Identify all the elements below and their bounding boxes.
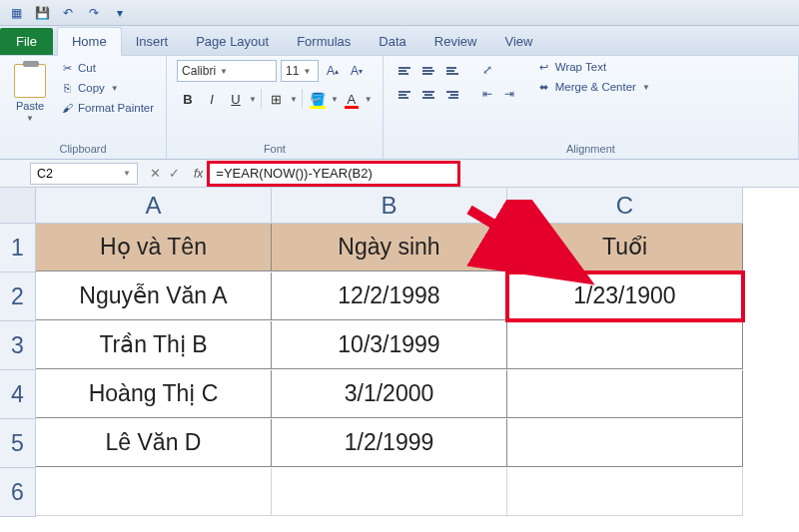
cell-a3[interactable]: Trần Thị B <box>36 321 272 369</box>
align-left-button[interactable] <box>394 84 415 106</box>
italic-button[interactable]: I <box>201 88 223 110</box>
row-header-5[interactable]: 5 <box>0 419 36 468</box>
fx-icon[interactable]: fx <box>188 167 209 181</box>
undo-icon[interactable]: ↶ <box>60 5 76 21</box>
merge-center-button[interactable]: ⬌Merge & Center▼ <box>537 80 650 94</box>
wrap-text-button[interactable]: ↩Wrap Text <box>537 60 650 74</box>
brush-icon: 🖌 <box>60 101 74 115</box>
excel-icon: ▦ <box>8 5 24 21</box>
cell-a4[interactable]: Hoàng Thị C <box>36 370 272 418</box>
format-painter-button[interactable]: 🖌Format Painter <box>58 100 156 116</box>
row-header-1[interactable]: 1 <box>0 224 36 272</box>
ribbon: Paste ▼ ✂Cut ⎘Copy▼ 🖌Format Painter Clip… <box>0 56 799 160</box>
tab-pagelayout[interactable]: Page Layout <box>182 28 283 55</box>
ribbon-tabs: File Home Insert Page Layout Formulas Da… <box>0 26 799 56</box>
tab-view[interactable]: View <box>490 28 546 55</box>
paste-button[interactable]: Paste ▼ <box>10 60 50 127</box>
col-header-a[interactable]: A <box>36 188 272 224</box>
font-size-combo[interactable]: 11▼ <box>281 60 319 82</box>
align-center-button[interactable] <box>417 84 439 106</box>
enter-formula-icon[interactable]: ✓ <box>169 166 180 181</box>
grow-font-button[interactable]: A▴ <box>323 61 343 81</box>
cell-b6[interactable] <box>272 468 507 516</box>
cell-c6[interactable] <box>507 468 743 516</box>
alignment-group-label: Alignment <box>394 141 788 157</box>
font-color-button[interactable]: A <box>341 88 363 110</box>
tab-insert[interactable]: Insert <box>122 28 183 55</box>
cell-b1[interactable]: Ngày sinh <box>272 224 507 271</box>
border-button[interactable]: ⊞ <box>266 88 288 110</box>
cell-b2[interactable]: 12/2/1998 <box>272 272 507 320</box>
tab-home[interactable]: Home <box>57 27 122 56</box>
align-right-button[interactable] <box>441 84 463 106</box>
col-header-c[interactable]: C <box>507 188 743 224</box>
cell-a5[interactable]: Lê Văn D <box>36 419 272 467</box>
group-alignment: ⤢ ⇤ ⇥ ↩Wrap Text ⬌Merge & Center▼ Alignm… <box>384 56 799 159</box>
row-header-3[interactable]: 3 <box>0 321 36 370</box>
font-group-label: Font <box>177 141 373 157</box>
increase-indent-button[interactable]: ⇥ <box>499 84 519 104</box>
formula-bar: C2▼ ✕ ✓ fx =YEAR(NOW())-YEAR(B2) <box>0 160 799 188</box>
fill-color-button[interactable]: 🪣 <box>307 88 329 110</box>
row-header-6[interactable]: 6 <box>0 468 36 517</box>
cell-b4[interactable]: 3/1/2000 <box>272 370 507 418</box>
cut-button[interactable]: ✂Cut <box>58 60 156 76</box>
underline-button[interactable]: U <box>225 88 247 110</box>
shrink-font-button[interactable]: A▾ <box>347 61 367 81</box>
merge-icon: ⬌ <box>537 80 551 94</box>
decrease-indent-button[interactable]: ⇤ <box>477 84 497 104</box>
cell-b3[interactable]: 10/3/1999 <box>272 321 507 369</box>
save-icon[interactable]: 💾 <box>34 5 50 21</box>
font-name-combo[interactable]: Calibri▼ <box>177 60 277 82</box>
align-middle-button[interactable] <box>417 60 439 82</box>
col-header-b[interactable]: B <box>272 188 507 224</box>
cell-a6[interactable] <box>36 468 272 516</box>
row-header-4[interactable]: 4 <box>0 370 36 419</box>
group-font: Calibri▼ 11▼ A▴ A▾ B I U ▼ ⊞ ▼ 🪣 ▼ A ▼ F… <box>167 56 384 159</box>
bold-button[interactable]: B <box>177 88 199 110</box>
tab-file[interactable]: File <box>0 28 53 55</box>
cell-c3[interactable] <box>507 321 743 369</box>
cell-a1[interactable]: Họ và Tên <box>36 224 272 271</box>
cell-c2[interactable]: 1/23/1900 <box>507 272 743 320</box>
align-bottom-button[interactable] <box>441 60 463 82</box>
clipboard-icon <box>14 64 46 98</box>
tab-formulas[interactable]: Formulas <box>283 28 365 55</box>
scissors-icon: ✂ <box>60 61 74 75</box>
worksheet-grid: A B C 1 Họ và Tên Ngày sinh Tuổi 2 Nguyễ… <box>0 188 799 517</box>
quick-access-toolbar: ▦ 💾 ↶ ↷ ▾ <box>0 0 799 26</box>
cell-c4[interactable] <box>507 370 743 418</box>
cancel-formula-icon[interactable]: ✕ <box>150 166 161 181</box>
copy-button[interactable]: ⎘Copy▼ <box>58 80 156 96</box>
paste-label: Paste <box>16 100 44 112</box>
cell-c5[interactable] <box>507 419 743 467</box>
align-top-button[interactable] <box>394 60 415 82</box>
group-clipboard: Paste ▼ ✂Cut ⎘Copy▼ 🖌Format Painter Clip… <box>0 56 167 159</box>
wrap-icon: ↩ <box>537 60 551 74</box>
name-box[interactable]: C2▼ <box>30 163 138 185</box>
tab-review[interactable]: Review <box>420 28 491 55</box>
row-header-2[interactable]: 2 <box>0 272 36 321</box>
orientation-button[interactable]: ⤢ <box>477 60 497 80</box>
clipboard-group-label: Clipboard <box>10 141 156 157</box>
redo-icon[interactable]: ↷ <box>86 5 102 21</box>
cell-c1[interactable]: Tuổi <box>507 224 743 271</box>
customize-qat-icon[interactable]: ▾ <box>112 5 128 21</box>
copy-icon: ⎘ <box>60 81 74 95</box>
select-all-corner[interactable] <box>0 188 36 224</box>
cell-a2[interactable]: Nguyễn Văn A <box>36 272 272 320</box>
tab-data[interactable]: Data <box>365 28 419 55</box>
cell-b5[interactable]: 1/2/1999 <box>272 419 507 467</box>
formula-input[interactable]: =YEAR(NOW())-YEAR(B2) <box>209 163 458 185</box>
